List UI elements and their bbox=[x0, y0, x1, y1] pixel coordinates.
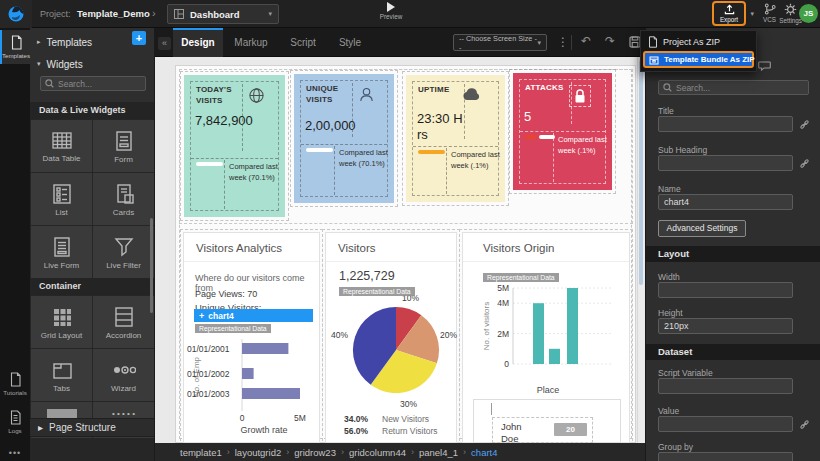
representational-data-badge: Representational Data bbox=[339, 287, 415, 296]
group-by-label: Group by bbox=[658, 442, 693, 452]
subheading-field[interactable] bbox=[658, 155, 793, 171]
screen-size-value: -- Choose Screen Size -- bbox=[459, 34, 537, 52]
export-button[interactable]: Export bbox=[712, 1, 746, 26]
preview-button[interactable]: Preview bbox=[374, 2, 408, 20]
properties-search-input[interactable] bbox=[676, 83, 796, 93]
widget-tile-cards[interactable]: Cards bbox=[93, 173, 154, 225]
panel-footer bbox=[30, 438, 155, 461]
app-logo[interactable] bbox=[0, 0, 32, 28]
chat-icon[interactable] bbox=[758, 60, 771, 72]
widgets-section-toggle[interactable]: ▾ Widgets bbox=[30, 55, 155, 73]
avatar[interactable]: JS bbox=[799, 4, 818, 23]
move-icon: + bbox=[199, 311, 204, 321]
page-structure-label: Page Structure bbox=[49, 422, 116, 433]
widget-tile-live-filter[interactable]: Live Filter bbox=[93, 226, 154, 278]
dataset-section-header[interactable]: Dataset bbox=[646, 344, 820, 360]
globe-icon bbox=[248, 87, 265, 104]
widget-tile-wizard[interactable]: Wizard bbox=[93, 349, 154, 401]
stat-card[interactable]: TODAY'S VISITS 7,842,900 Compared last w… bbox=[184, 75, 285, 217]
page-structure-toggle[interactable]: ▸ Page Structure bbox=[30, 418, 155, 437]
widget-section-title: Container bbox=[30, 278, 155, 295]
tab-markup[interactable]: Markup bbox=[225, 28, 277, 57]
screen-size-select[interactable]: -- Choose Screen Size -- ▾ bbox=[453, 34, 547, 51]
vbar-chart[interactable]: No. of visitors5M4M2M0 bbox=[479, 279, 619, 375]
collapse-panel-button[interactable]: « bbox=[158, 37, 171, 50]
tab-design[interactable]: Design bbox=[173, 28, 223, 57]
advanced-settings-button[interactable]: Advanced Settings bbox=[658, 220, 746, 237]
widget-tile-grid-layout[interactable]: Grid Layout bbox=[31, 296, 92, 348]
export-menu-item[interactable]: Project As ZIP bbox=[641, 33, 756, 50]
width-field[interactable] bbox=[658, 282, 793, 298]
group-by-field[interactable] bbox=[658, 452, 793, 461]
name-field[interactable] bbox=[658, 194, 793, 210]
vbar-xlabel: Place bbox=[503, 385, 593, 395]
vcs-button[interactable]: VCS bbox=[763, 3, 776, 23]
selected-widget-header[interactable]: + chart4 bbox=[194, 309, 313, 322]
kebab-menu-icon[interactable]: ⋮ bbox=[557, 35, 569, 49]
canvas-scrollbar-thumb[interactable] bbox=[639, 60, 643, 285]
bind-link-icon[interactable] bbox=[799, 419, 810, 430]
design-canvas[interactable]: TODAY'S VISITS 7,842,900 Compared last w… bbox=[155, 57, 645, 443]
breadcrumb-item[interactable]: gridrow23 bbox=[294, 447, 336, 458]
widget-tile-accordion[interactable]: Accordion bbox=[93, 296, 154, 348]
panel-visitors-origin[interactable]: Visitors Origin Representational Data No… bbox=[462, 232, 630, 443]
redo-icon[interactable]: ↷ bbox=[605, 34, 615, 48]
left-panel-scrollbar[interactable] bbox=[150, 218, 153, 313]
export-menu-item[interactable]: Template Bundle As ZIP bbox=[643, 51, 754, 68]
hbar-chart[interactable]: No. of Emp01/01/200101/01/200201/01/2003… bbox=[185, 337, 320, 425]
breadcrumb-item[interactable]: chart4 bbox=[471, 447, 497, 458]
page-selector-dropdown[interactable]: Dashboard ▾ bbox=[167, 4, 279, 24]
breadcrumb-item[interactable]: panel4_1 bbox=[419, 447, 458, 458]
hbar-bar[interactable] bbox=[242, 343, 288, 354]
layout-section-header[interactable]: Layout bbox=[646, 246, 820, 262]
bundle-icon bbox=[649, 55, 659, 65]
panel-visitors-analytics[interactable]: Visitors Analytics Where do our visitors… bbox=[183, 232, 320, 443]
vbar-bar[interactable] bbox=[567, 288, 578, 364]
sidebar-item-templates[interactable]: Templates bbox=[0, 30, 30, 64]
stat-card-value: 5 bbox=[524, 109, 554, 125]
widget-tile-list[interactable]: List bbox=[31, 173, 92, 225]
widget-tile-live-form[interactable]: Live Form bbox=[31, 226, 92, 278]
height-field[interactable] bbox=[658, 318, 793, 334]
breadcrumb-item[interactable]: gridcolumn44 bbox=[349, 447, 406, 458]
more-options-button[interactable]: ••• bbox=[0, 448, 30, 458]
script-variable-field[interactable] bbox=[658, 378, 793, 394]
stat-card-value: 7,842,900 bbox=[195, 113, 253, 129]
tab-style[interactable]: Style bbox=[329, 28, 371, 57]
breadcrumb-item[interactable]: layoutgrid2 bbox=[235, 447, 281, 458]
sidebar-item-tutorials[interactable]: Tutorials bbox=[0, 372, 30, 396]
data-table-widget[interactable]: John Doe 20 bbox=[473, 399, 621, 443]
value-field[interactable] bbox=[658, 416, 793, 432]
stat-card-compare: Compared last week (70.1%) bbox=[229, 161, 279, 184]
stat-card[interactable]: UNIQUE VISITS 2,00,000 Compared last wee… bbox=[294, 74, 394, 203]
vbar-bar[interactable] bbox=[549, 349, 560, 364]
widget-tile-tabs[interactable]: Tabs bbox=[31, 349, 92, 401]
bind-link-icon[interactable] bbox=[799, 119, 810, 130]
properties-panel: Title Sub Heading Name Advanced Settings… bbox=[645, 28, 820, 461]
widget-tile-form[interactable]: Form bbox=[93, 120, 154, 172]
tab-script[interactable]: Script bbox=[281, 28, 325, 57]
vbar-bar[interactable] bbox=[533, 303, 544, 364]
add-template-button[interactable]: + bbox=[132, 31, 146, 45]
title-field[interactable] bbox=[658, 116, 793, 132]
bind-link-icon[interactable] bbox=[799, 158, 810, 169]
breadcrumb-item[interactable]: template1 bbox=[180, 447, 222, 458]
widget-tile-data-table[interactable]: Data Table bbox=[31, 120, 92, 172]
pie-chart[interactable] bbox=[351, 305, 441, 395]
pie-slice-label: 30% bbox=[400, 399, 417, 409]
cards-icon bbox=[112, 182, 136, 206]
sidebar-item-logs[interactable]: Logs bbox=[0, 410, 30, 434]
hbar-bar[interactable] bbox=[242, 368, 254, 379]
hbar-bar[interactable] bbox=[242, 388, 300, 399]
stat-card[interactable]: ATTACKS 5 Compared last week (.1%) bbox=[513, 73, 612, 190]
stat-card[interactable]: UPTIME 23:30 Hrs Compared last week (.1%… bbox=[406, 75, 505, 202]
stat-card-title: UNIQUE VISITS bbox=[306, 84, 352, 106]
panel-visitors[interactable]: Visitors 1,225,729 Representational Data… bbox=[325, 232, 457, 443]
widget-search-input[interactable] bbox=[58, 79, 138, 89]
grid-layout-icon bbox=[50, 305, 74, 329]
undo-icon[interactable]: ↶ bbox=[581, 34, 591, 48]
export-label: Export bbox=[720, 16, 738, 23]
lock-icon bbox=[569, 85, 591, 107]
breadcrumb-separator: › bbox=[341, 447, 344, 457]
axis-remnant bbox=[491, 403, 492, 415]
